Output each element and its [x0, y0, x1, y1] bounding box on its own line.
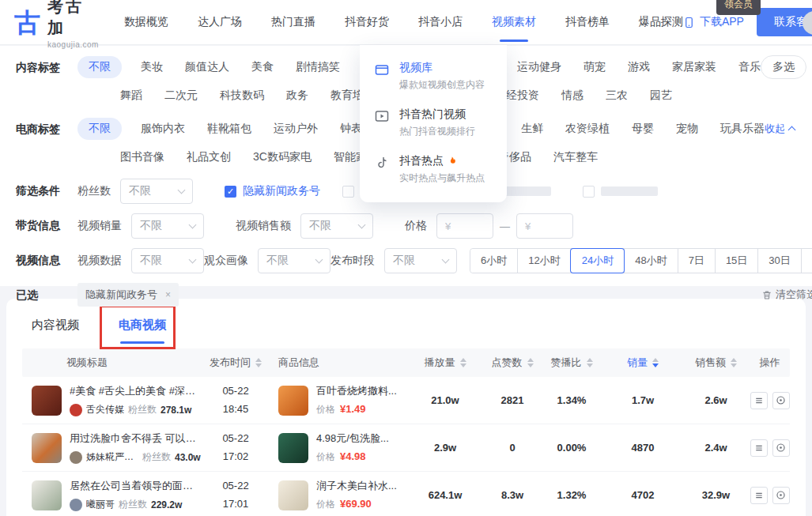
tag-item[interactable]: 萌宠 [584, 60, 606, 74]
time-range-button[interactable]: 15日 [715, 249, 757, 273]
hide-news-gov-checkbox[interactable]: ✓ [225, 186, 236, 198]
col-revenue[interactable]: 销售额 [682, 356, 750, 370]
tag-item[interactable]: 游戏 [628, 60, 650, 74]
hide-news-gov-label[interactable]: 隐藏新闻政务号 [243, 184, 320, 198]
product-name[interactable]: 百叶香烧烤撒料... [316, 384, 397, 398]
tag-item[interactable]: 服饰内衣 [141, 122, 185, 136]
time-range-button[interactable]: 48小时 [624, 249, 677, 273]
video-title[interactable]: #美食 #舌尖上的美食 #深夜放... [70, 384, 201, 398]
product-name[interactable]: 4.98元/包洗脸... [316, 431, 389, 446]
time-range-button[interactable]: 6小时 [470, 249, 517, 273]
collapse-link[interactable]: 收起 [765, 122, 795, 136]
tag-item[interactable]: 母婴 [632, 122, 654, 136]
video-sales-select[interactable]: 不限 [131, 213, 204, 239]
tag-item[interactable]: 园艺 [650, 89, 672, 103]
tag-item[interactable]: 音乐 [738, 60, 761, 74]
author-name[interactable]: 舌尖传媒 [86, 403, 124, 416]
tag-item[interactable]: 汽车整车 [553, 150, 598, 164]
detail-list-button[interactable] [750, 487, 768, 504]
nav-menu-item[interactable]: 视频素材 [492, 10, 536, 34]
multi-select-button[interactable]: 多选 [761, 55, 806, 79]
tag-any-selected[interactable]: 不限 [77, 56, 122, 78]
play-circle-button[interactable] [772, 439, 790, 457]
detail-list-button[interactable] [750, 439, 768, 457]
tag-item[interactable]: 政务 [286, 89, 308, 103]
price-min-input[interactable] [436, 213, 493, 239]
time-range-button[interactable]: 30日 [757, 249, 800, 273]
tag-item[interactable]: 颜值达人 [185, 60, 229, 74]
time-range-button[interactable]: 90日 [801, 249, 812, 273]
nav-menu-item[interactable]: 达人广场 [198, 10, 242, 34]
video-revenue-select[interactable]: 不限 [300, 213, 373, 239]
col-likes[interactable]: 点赞数 [485, 356, 540, 370]
clear-filters-button[interactable]: 清空筛选 [761, 288, 812, 302]
nav-menu-item[interactable]: 抖音小店 [418, 10, 463, 34]
linked-product-checkbox[interactable] [342, 186, 354, 198]
nav-menu-item[interactable]: 热门直播 [271, 10, 315, 34]
tag-item[interactable]: 运动户外 [274, 122, 318, 136]
publish-period-select[interactable]: 不限 [384, 248, 457, 273]
tab-ecom-videos[interactable]: 电商视频 [112, 318, 172, 333]
price-max-input[interactable] [516, 213, 573, 239]
fans-count-select[interactable]: 不限 [120, 179, 193, 204]
time-range-button[interactable]: 12小时 [517, 249, 570, 273]
dropdown-item-hot-videos[interactable]: 抖音热门视频 热门抖音视频排行 [360, 100, 507, 146]
author-name[interactable]: 姊妹糀严选... [86, 450, 138, 464]
tag-item[interactable]: 3C数码家电 [253, 150, 312, 164]
video-data-select[interactable]: 不限 [131, 248, 204, 273]
nav-menu-item[interactable]: 数据概览 [124, 10, 168, 34]
video-title[interactable]: 居然在公司当着领导的面这样... [70, 479, 201, 493]
video-title[interactable]: 用过洗脸巾舍不得丢 可以用来... [70, 431, 201, 446]
tag-item[interactable]: 鞋靴箱包 [207, 122, 251, 136]
time-range-button[interactable]: 7日 [678, 249, 715, 273]
tag-any-selected[interactable]: 不限 [77, 118, 122, 140]
col-sales-active-sort[interactable]: 销量 [603, 356, 682, 370]
play-circle-button[interactable] [772, 487, 790, 504]
dropdown-item-video-library[interactable]: 视频库 爆款短视频创意内容 [360, 53, 507, 100]
tag-item[interactable]: 舞蹈 [120, 89, 142, 103]
dropdown-item-douyin-trends[interactable]: 抖音热点 实时热点与飙升热点 [360, 146, 507, 193]
brand-logo[interactable]: 古 考古加 kaogujia.com [14, 0, 99, 49]
author-avatar[interactable] [70, 499, 82, 511]
product-thumbnail[interactable] [278, 433, 308, 463]
tag-item[interactable]: 图书音像 [120, 150, 164, 164]
product-name[interactable]: 润子木美白补水... [316, 479, 397, 493]
col-views[interactable]: 播放量 [406, 356, 485, 370]
tab-content-videos[interactable]: 内容视频 [25, 318, 85, 333]
video-thumbnail[interactable] [32, 433, 62, 463]
tag-item[interactable]: 二次元 [164, 89, 198, 103]
col-like-ratio[interactable]: 赞播比 [540, 356, 603, 370]
author-name[interactable]: 曦丽哥 [86, 498, 115, 511]
tag-item[interactable]: 生鲜 [521, 122, 543, 136]
author-avatar[interactable] [70, 404, 82, 416]
tag-item[interactable]: 美食 [251, 60, 274, 74]
tag-item[interactable]: 农资绿植 [565, 122, 610, 136]
selected-filter-tag: 隐藏新闻政务号 × [77, 283, 179, 307]
download-app-link[interactable]: 下载APP [683, 15, 744, 29]
tag-item[interactable]: 剧情搞笑 [296, 60, 340, 74]
obscured-checkbox[interactable] [583, 186, 595, 198]
nav-menu-item[interactable]: 爆品探测 [639, 10, 683, 34]
audience-select[interactable]: 不限 [258, 248, 330, 273]
tag-item[interactable]: 美妆 [141, 60, 163, 74]
detail-list-button[interactable] [750, 392, 768, 409]
tag-item[interactable]: 玩具乐器 [720, 122, 765, 136]
tag-item[interactable]: 宠物 [676, 122, 698, 136]
col-publish-time[interactable]: 发布时间 [204, 356, 267, 370]
product-thumbnail[interactable] [278, 386, 308, 416]
tag-item[interactable]: 科技数码 [220, 89, 264, 103]
author-avatar[interactable] [70, 451, 82, 464]
video-thumbnail[interactable] [32, 386, 62, 416]
tag-item[interactable]: 运动健身 [517, 60, 561, 74]
time-range-button[interactable]: 24小时 [571, 249, 624, 273]
video-thumbnail[interactable] [32, 480, 62, 510]
play-circle-button[interactable] [772, 392, 790, 409]
nav-menu-item[interactable]: 抖音榜单 [565, 10, 610, 34]
tag-item[interactable]: 礼品文创 [187, 150, 231, 164]
nav-menu-item[interactable]: 抖音好货 [345, 10, 389, 34]
tag-item[interactable]: 家居家装 [672, 60, 716, 74]
tag-item[interactable]: 情感 [561, 89, 584, 103]
tag-item[interactable]: 三农 [606, 89, 628, 103]
remove-tag-icon[interactable]: × [165, 289, 171, 300]
product-thumbnail[interactable] [278, 480, 308, 510]
